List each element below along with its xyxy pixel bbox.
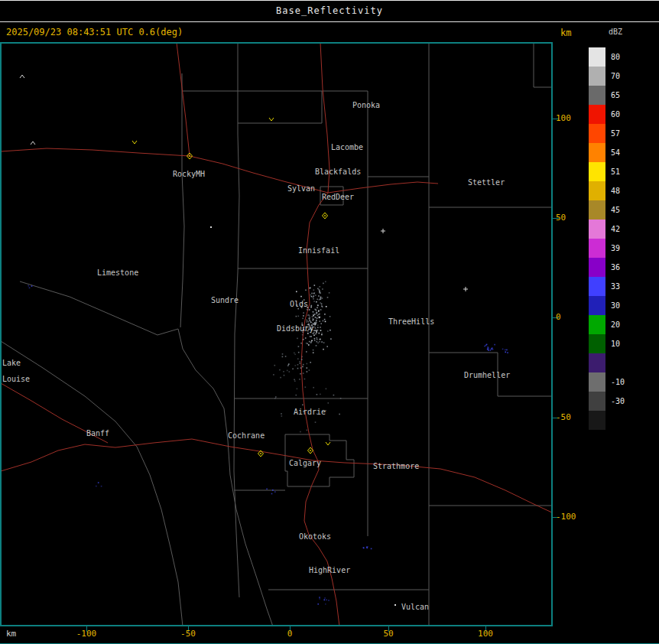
radar-echo-pixel <box>285 356 287 357</box>
radar-echo-pixel <box>505 352 506 353</box>
colorbar-swatch <box>589 86 605 105</box>
radar-echo-pixel <box>319 597 320 598</box>
x-axis-unit-label: km <box>6 629 16 639</box>
colorbar-unit-label: dBZ <box>609 28 622 36</box>
colorbar-entry: 60 <box>589 105 625 124</box>
y-axis-tick-label: -100 <box>556 512 576 522</box>
radar-echo-pixel <box>308 314 310 316</box>
city-label: Airdrie <box>294 408 326 416</box>
colorbar-entry: 36 <box>589 258 625 277</box>
radar-echo-pixel <box>319 289 320 291</box>
colorbar-entry <box>589 411 625 430</box>
radar-echo-pixel <box>319 292 320 294</box>
radar-echo-pixel <box>310 336 311 337</box>
radar-echo-pixel <box>294 379 295 381</box>
colorbar-swatch <box>589 105 605 124</box>
radar-echo-pixel <box>319 341 320 343</box>
colorbar-value: 60 <box>611 105 620 124</box>
radar-echo-pixel <box>333 395 335 396</box>
radar-echo-pixel <box>490 350 492 351</box>
radar-echo-pixel <box>505 350 506 351</box>
radar-echo-pixel <box>317 603 319 605</box>
county-boundary-line <box>180 73 184 327</box>
radar-echo-pixel <box>317 324 319 326</box>
colorbar-swatch <box>589 124 605 143</box>
radar-echo-pixel <box>330 330 331 331</box>
radar-echo-pixel <box>303 315 304 317</box>
radar-echo-pixel <box>317 341 318 343</box>
town-dot-icon <box>394 604 396 606</box>
radar-echo-pixel <box>316 330 317 331</box>
radar-echo-pixel <box>314 285 316 286</box>
radar-echo-pixel <box>281 413 282 415</box>
radar-echo-pixel <box>303 364 304 366</box>
county-boundary-line <box>238 91 322 123</box>
radar-echo-pixel <box>320 394 321 395</box>
radar-echo-pixel <box>507 352 508 353</box>
radar-echo-pixel <box>283 371 284 372</box>
colorbar-value: 80 <box>611 47 620 67</box>
colorbar-swatch <box>589 47 605 67</box>
radar-echo-pixel <box>506 350 508 351</box>
radar-echo-pixel <box>307 343 308 345</box>
city-label: Ponoka <box>352 101 380 109</box>
radar-echo-pixel <box>340 398 342 399</box>
title-bar-bottom-border <box>0 21 659 22</box>
radar-echo-pixel <box>326 306 327 307</box>
radar-echo-pixel <box>327 330 329 332</box>
radar-echo-pixel <box>308 317 310 319</box>
radar-echo-pixel <box>319 333 320 334</box>
colorbar-value: 33 <box>611 277 620 296</box>
title-bar: Base_Reflectivity <box>0 1 659 21</box>
radar-echo-pixel <box>487 348 489 350</box>
radar-echo-pixel <box>313 333 314 334</box>
radar-echo-pixel <box>306 343 307 344</box>
colorbar-value: 10 <box>611 334 620 353</box>
radar-echo-pixel <box>309 341 310 343</box>
radar-echo-pixel <box>299 361 300 363</box>
radar-plot-area[interactable]: PonokaLacombeBlackfaldsSylvanRedDeerStet… <box>0 42 553 626</box>
colorbar-value: 20 <box>611 315 620 334</box>
radar-echo-pixel <box>305 386 307 388</box>
city-label: Sylvan <box>287 184 315 193</box>
radar-map-svg: PonokaLacombeBlackfaldsSylvanRedDeerStet… <box>1 43 552 626</box>
radar-echo-pixel <box>282 356 284 358</box>
colorbar-entry: 54 <box>589 143 625 162</box>
radar-echo-pixel <box>275 396 277 398</box>
radar-echo-pixel <box>315 333 317 335</box>
radar-echo-pixel <box>287 366 289 367</box>
radar-echo-pixel <box>371 548 372 550</box>
radar-echo-pixel <box>366 548 368 549</box>
radar-echo-pixel <box>314 309 316 311</box>
y-axis-tick-label: 100 <box>556 114 571 123</box>
colorbar-entry: 20 <box>589 315 625 334</box>
colorbar-swatch <box>589 392 605 411</box>
city-label: Cochrane <box>228 431 265 440</box>
radar-echo-pixel <box>266 489 268 490</box>
colorbar-entry: 39 <box>589 239 625 258</box>
colorbar-value: 39 <box>611 239 620 258</box>
plus-marker-icon <box>463 287 468 291</box>
radar-echo-pixel <box>298 316 300 317</box>
radar-echo-pixel <box>327 297 329 298</box>
radar-echo-pixel <box>300 296 302 298</box>
colorbar-entry: 65 <box>589 86 625 105</box>
radar-echo-pixel <box>314 327 316 328</box>
colorbar-swatch <box>589 67 605 86</box>
radar-echo-pixel <box>300 343 302 344</box>
radar-echo-pixel <box>316 320 317 321</box>
radar-echo-pixel <box>297 358 299 359</box>
radar-echo-pixel <box>305 290 307 291</box>
radar-echo-pixel <box>310 288 311 289</box>
radar-echo-pixel <box>302 366 304 368</box>
radar-echo-pixel <box>274 365 276 366</box>
colorbar-swatch <box>589 296 605 315</box>
y-axis-tick-label: 0 <box>556 313 561 322</box>
radar-echo-pixel <box>289 371 291 372</box>
radar-echo-pixel <box>322 306 323 307</box>
station-center-dot <box>260 453 261 454</box>
radar-echo-pixel <box>325 281 326 283</box>
radar-echo-pixel <box>317 327 319 328</box>
radar-echo-pixel <box>287 370 288 372</box>
city-label: Limestone <box>97 268 138 277</box>
